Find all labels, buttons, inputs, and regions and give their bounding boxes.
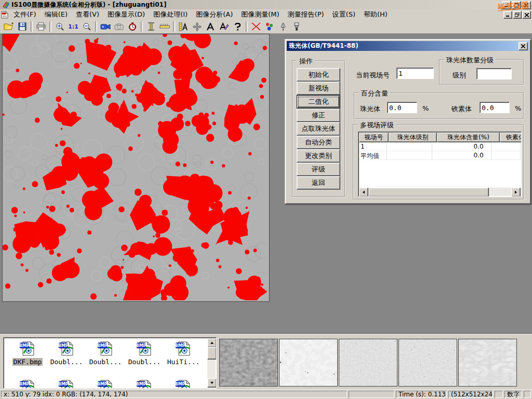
mdi-restore-button[interactable] xyxy=(513,11,522,19)
file-item[interactable]: BMPDoubl... xyxy=(126,341,163,366)
table-row[interactable]: 10.0 xyxy=(359,142,521,151)
status-empty-1 xyxy=(349,391,394,398)
file-item[interactable]: BMP xyxy=(165,379,202,389)
file-label[interactable]: Doubl... xyxy=(49,358,84,366)
scrollbar-thumb[interactable] xyxy=(368,188,489,197)
actual-size-icon[interactable]: 1:1 xyxy=(66,20,80,33)
toolbar-separator xyxy=(31,21,33,32)
level-input[interactable] xyxy=(476,68,512,79)
ruler-icon[interactable] xyxy=(158,20,171,33)
dialog-titlebar[interactable]: 珠光体(GB/T9441-88) xyxy=(287,41,529,51)
file-item[interactable]: BMP xyxy=(87,379,124,389)
toolbar: 1:1 xyxy=(0,20,532,34)
scrollbar-thumb[interactable] xyxy=(207,347,217,360)
table-hscrollbar[interactable] xyxy=(359,188,521,196)
titlebar: IS100显微摄像系统(金相分析版) - [zhuguangti01] xyxy=(0,0,532,9)
zoom-in-icon[interactable] xyxy=(53,20,66,33)
op-button[interactable]: 点取珠光体 xyxy=(297,122,340,136)
file-list[interactable]: BMPDKF.bmpBMPBMPDoubl...BMPBMPDoubl...BM… xyxy=(3,337,217,389)
timer-icon[interactable] xyxy=(126,20,139,33)
menu-item[interactable]: 编辑(E) xyxy=(41,9,72,20)
scroll-up-icon[interactable] xyxy=(207,338,217,348)
op-button[interactable]: 初始化 xyxy=(297,68,340,82)
curve-tool-icon[interactable] xyxy=(249,20,263,33)
scrollbar-track[interactable] xyxy=(489,188,511,196)
table-cell: 平均值 xyxy=(359,151,387,160)
op-button[interactable]: 评级 xyxy=(297,163,340,176)
table-cell xyxy=(387,142,432,151)
multifield-group-label: 多视场评级 xyxy=(358,121,396,130)
menu-item[interactable]: 设置(S) xyxy=(328,9,360,20)
menu-item[interactable]: 图像分析(A) xyxy=(192,9,237,20)
measure-text-icon[interactable] xyxy=(177,20,190,33)
mdi-close-button[interactable] xyxy=(522,11,531,19)
multifield-group: 多视场评级 视场号珠光体级别珠光体含量(%)铁素体 10.0平均值0.0 xyxy=(353,124,524,200)
op-button[interactable]: 新视场 xyxy=(297,82,340,95)
svg-text:BMP: BMP xyxy=(19,343,30,348)
text-edit-icon[interactable] xyxy=(217,20,231,33)
file-item[interactable]: BMP xyxy=(48,379,85,389)
menu-items: 文件(F)编辑(E)查看(V)图像显示(D)图像处理(I)图像分析(A)图像测量… xyxy=(9,9,392,20)
text-icon[interactable] xyxy=(204,20,217,33)
file-label[interactable]: Doubl... xyxy=(127,358,162,366)
op-button[interactable]: 自动分类 xyxy=(297,136,340,149)
camera-icon[interactable] xyxy=(112,20,126,33)
pen-icon[interactable] xyxy=(276,20,290,33)
file-label[interactable]: DKF.bmp xyxy=(12,358,43,366)
menu-item[interactable]: 图像显示(D) xyxy=(103,9,149,20)
file-item[interactable]: BMPDoubl... xyxy=(48,341,85,366)
caliper-icon[interactable] xyxy=(144,20,158,33)
ferrite-input[interactable] xyxy=(480,102,510,113)
svg-text:BMP: BMP xyxy=(58,382,69,387)
particles-icon[interactable] xyxy=(263,20,276,33)
menu-item[interactable]: 图像测量(M) xyxy=(237,9,283,20)
op-button[interactable]: 二值化 xyxy=(297,95,340,109)
table-header-cell[interactable]: 视场号 xyxy=(359,132,389,142)
thumbnail-3[interactable] xyxy=(339,339,397,387)
table-cell xyxy=(491,142,521,151)
thumbnail-1[interactable] xyxy=(219,339,278,387)
dialog-close-icon[interactable] xyxy=(518,42,528,50)
table-row[interactable]: 平均值0.0 xyxy=(359,151,521,160)
thumbnail-2[interactable] xyxy=(279,339,338,387)
op-button[interactable]: 返回 xyxy=(297,176,340,190)
move-icon[interactable] xyxy=(190,20,204,33)
file-label[interactable]: Doubl... xyxy=(88,358,123,366)
scroll-right-icon[interactable] xyxy=(511,188,521,197)
table-header-row: 视场号珠光体级别珠光体含量(%)铁素体 xyxy=(359,132,522,142)
file-list-vscrollbar[interactable] xyxy=(207,338,216,388)
thumbnail-5[interactable] xyxy=(458,339,517,387)
table-header-cell[interactable]: 铁素体 xyxy=(500,132,522,142)
brush-icon[interactable] xyxy=(290,20,303,33)
video-camera-icon[interactable] xyxy=(99,20,112,33)
pearlite-input[interactable] xyxy=(387,102,417,113)
op-button[interactable]: 更改类别 xyxy=(297,149,340,163)
file-item[interactable]: BMP xyxy=(126,379,163,389)
file-item[interactable]: BMPDKF.bmp xyxy=(9,341,46,366)
print-icon[interactable] xyxy=(34,20,48,33)
table-header-cell[interactable]: 珠光体含量(%) xyxy=(437,132,500,142)
file-item[interactable]: BMPDoubl... xyxy=(87,341,124,366)
current-field-input[interactable] xyxy=(396,68,434,79)
zoom-out-icon[interactable] xyxy=(80,20,94,33)
specimen-image[interactable] xyxy=(2,34,270,302)
document-icon[interactable] xyxy=(0,11,9,18)
multifield-table[interactable]: 视场号珠光体级别珠光体含量(%)铁素体 10.0平均值0.0 xyxy=(358,131,522,197)
statusbar: x: 510 y: 79 idx: 0 RGB: (174, 174, 174)… xyxy=(0,390,532,399)
scroll-down-icon[interactable] xyxy=(207,378,217,388)
file-item[interactable]: BMP xyxy=(9,379,46,389)
menu-item[interactable]: 图像处理(I) xyxy=(149,9,192,20)
menu-item[interactable]: 测量报告(P) xyxy=(284,9,328,20)
menu-item[interactable]: 查看(V) xyxy=(72,9,103,20)
file-label[interactable]: HuiTi... xyxy=(166,358,201,366)
open-icon[interactable] xyxy=(2,20,16,33)
op-button[interactable]: 修正 xyxy=(297,109,340,122)
menu-item[interactable]: 文件(F) xyxy=(9,9,41,20)
table-header-cell[interactable]: 珠光体级别 xyxy=(389,132,437,142)
save-icon[interactable] xyxy=(16,20,29,33)
file-item[interactable]: BMPHuiTi... xyxy=(165,341,202,366)
help-icon[interactable] xyxy=(231,20,244,33)
scroll-left-icon[interactable] xyxy=(359,188,368,197)
thumbnail-4[interactable] xyxy=(398,339,457,387)
menu-item[interactable]: 帮助(H) xyxy=(360,9,392,20)
